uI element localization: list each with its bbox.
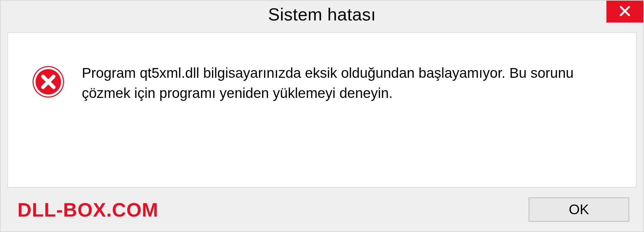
- content-panel: Program qt5xml.dll bilgisayarınızda eksi…: [7, 32, 637, 188]
- titlebar: Sistem hatası: [1, 1, 643, 28]
- footer-bar: DLL-BOX.COM OK: [1, 188, 643, 231]
- dialog-title: Sistem hatası: [268, 4, 376, 24]
- ok-button[interactable]: OK: [529, 197, 629, 222]
- error-icon: [32, 65, 65, 99]
- error-dialog-window: Sistem hatası Program qt5xml.dll bilgisa…: [0, 0, 644, 232]
- close-icon: [618, 4, 632, 19]
- watermark-text: DLL-BOX.COM: [17, 198, 158, 221]
- close-button[interactable]: [606, 1, 643, 22]
- error-message: Program qt5xml.dll bilgisayarınızda eksi…: [82, 63, 585, 103]
